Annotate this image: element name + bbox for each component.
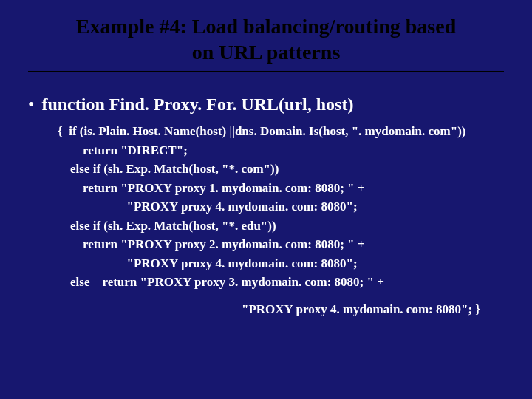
code-block: { if (is. Plain. Host. Name(host) ||dns.… — [58, 122, 510, 292]
title-line-1: Example #4: Load balancing/routing based — [76, 15, 456, 38]
bullet-item: • function Find. Proxy. For. URL(url, ho… — [28, 93, 510, 116]
title-underline — [28, 71, 504, 72]
bullet-text: function Find. Proxy. For. URL(url, host… — [41, 93, 353, 116]
slide-title: Example #4: Load balancing/routing based… — [22, 13, 510, 71]
bullet-dot-icon: • — [28, 93, 34, 116]
code-tail: "PROXY proxy 4. mydomain. com: 8080"; } — [22, 302, 510, 317]
title-line-2: on URL patterns — [192, 41, 341, 64]
slide: Example #4: Load balancing/routing based… — [0, 0, 532, 399]
